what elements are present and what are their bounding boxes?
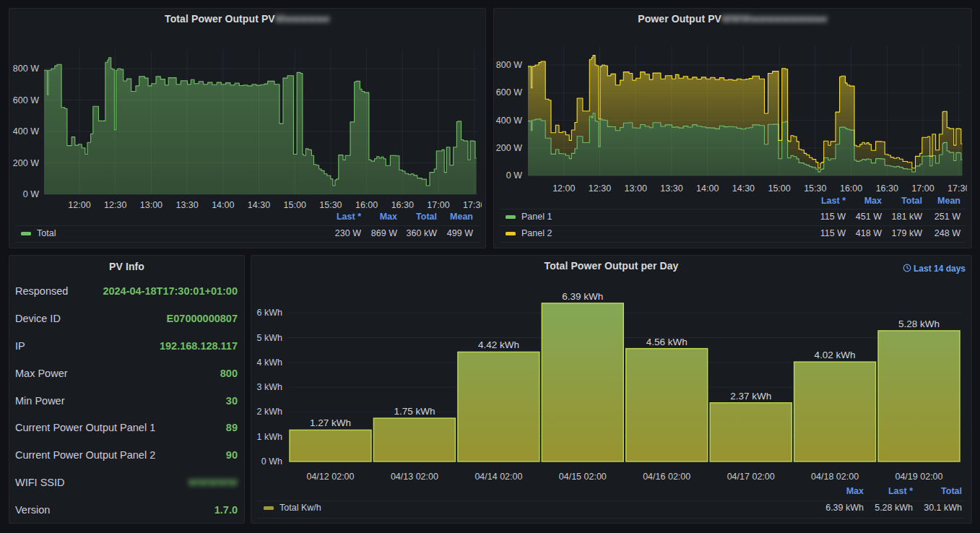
svg-text:800 W: 800 W bbox=[496, 60, 522, 70]
svg-text:14:00: 14:00 bbox=[212, 200, 234, 210]
svg-text:12:30: 12:30 bbox=[589, 183, 611, 194]
svg-text:04/15 02:00: 04/15 02:00 bbox=[559, 472, 607, 482]
svg-text:400 W: 400 W bbox=[13, 126, 39, 136]
svg-text:16:00: 16:00 bbox=[840, 183, 862, 194]
svg-text:17:30: 17:30 bbox=[948, 183, 967, 194]
svg-text:16:30: 16:30 bbox=[391, 200, 414, 210]
svg-text:14:30: 14:30 bbox=[248, 200, 270, 210]
svg-text:5.28 kWh: 5.28 kWh bbox=[898, 318, 940, 329]
svg-text:04/17 02:00: 04/17 02:00 bbox=[727, 472, 775, 482]
svg-text:4.42 kWh: 4.42 kWh bbox=[478, 339, 519, 350]
svg-text:17:00: 17:00 bbox=[427, 200, 449, 210]
svg-text:17:00: 17:00 bbox=[911, 183, 934, 194]
svg-text:04/18 02:00: 04/18 02:00 bbox=[811, 472, 859, 482]
svg-text:04/14 02:00: 04/14 02:00 bbox=[474, 472, 522, 482]
svg-text:0 W: 0 W bbox=[23, 189, 39, 199]
svg-text:1.27 kWh: 1.27 kWh bbox=[310, 417, 351, 428]
svg-text:13:30: 13:30 bbox=[175, 200, 198, 210]
svg-text:04/16 02:00: 04/16 02:00 bbox=[643, 472, 690, 482]
svg-text:2.37 kWh: 2.37 kWh bbox=[730, 391, 771, 402]
svg-text:15:00: 15:00 bbox=[768, 183, 790, 194]
svg-text:12:30: 12:30 bbox=[104, 200, 126, 210]
svg-text:5 kWh: 5 kWh bbox=[257, 333, 282, 343]
svg-text:14:00: 14:00 bbox=[696, 183, 719, 194]
svg-text:15:30: 15:30 bbox=[319, 200, 342, 210]
svg-text:13:00: 13:00 bbox=[140, 200, 162, 210]
svg-text:13:30: 13:30 bbox=[660, 183, 682, 194]
svg-text:600 W: 600 W bbox=[496, 87, 522, 98]
svg-text:16:00: 16:00 bbox=[355, 200, 378, 210]
svg-text:1 kWh: 1 kWh bbox=[257, 432, 282, 442]
svg-text:04/12 02:00: 04/12 02:00 bbox=[306, 472, 354, 482]
svg-text:17:30: 17:30 bbox=[463, 200, 482, 210]
svg-text:600 W: 600 W bbox=[13, 95, 39, 105]
svg-text:800 W: 800 W bbox=[13, 64, 39, 74]
svg-text:16:30: 16:30 bbox=[876, 183, 898, 194]
svg-text:14:30: 14:30 bbox=[732, 183, 755, 194]
svg-text:13:00: 13:00 bbox=[625, 183, 647, 194]
svg-text:12:00: 12:00 bbox=[552, 183, 575, 194]
svg-text:1.75 kWh: 1.75 kWh bbox=[394, 406, 435, 417]
svg-text:15:00: 15:00 bbox=[284, 200, 306, 210]
svg-text:0 Wh: 0 Wh bbox=[261, 456, 282, 467]
svg-text:200 W: 200 W bbox=[496, 143, 522, 153]
svg-text:04/19 02:00: 04/19 02:00 bbox=[895, 472, 942, 482]
svg-text:4 kWh: 4 kWh bbox=[257, 358, 282, 368]
svg-text:2 kWh: 2 kWh bbox=[257, 407, 282, 417]
svg-text:15:30: 15:30 bbox=[804, 183, 826, 194]
svg-text:4.02 kWh: 4.02 kWh bbox=[815, 350, 856, 360]
svg-text:0 W: 0 W bbox=[506, 170, 522, 181]
svg-text:12:00: 12:00 bbox=[68, 200, 90, 210]
svg-text:6.39 kWh: 6.39 kWh bbox=[562, 291, 603, 302]
svg-text:6 kWh: 6 kWh bbox=[257, 308, 282, 318]
svg-text:4.56 kWh: 4.56 kWh bbox=[646, 337, 688, 347]
svg-text:400 W: 400 W bbox=[496, 116, 522, 126]
svg-text:04/13 02:00: 04/13 02:00 bbox=[391, 472, 438, 482]
svg-text:3 kWh: 3 kWh bbox=[257, 382, 282, 392]
svg-text:200 W: 200 W bbox=[13, 158, 39, 168]
